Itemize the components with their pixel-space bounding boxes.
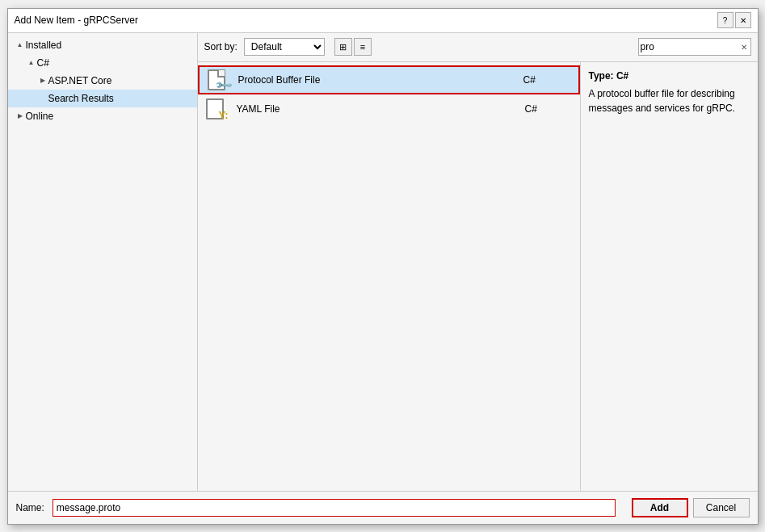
searchresults-label: Search Results: [48, 93, 114, 104]
sort-dropdown[interactable]: Default Name Type: [244, 38, 325, 56]
csharp-arrow: ▲: [26, 57, 37, 69]
action-buttons: Add Cancel: [632, 498, 750, 517]
sidebar: ▲ Installed ▲ C# ▶ ASP.NET Core: [8, 33, 198, 491]
installed-label: Installed: [26, 40, 62, 51]
file-item-protocol-buffer[interactable]: 🔧 Protocol Buffer File C#: [198, 65, 580, 94]
file-list: 🔧 Protocol Buffer File C# Y:: [198, 62, 580, 491]
toolbar: Sort by: Default Name Type ⊞ ≡ ✕: [198, 33, 758, 62]
list-view-button[interactable]: ≡: [354, 38, 372, 56]
info-description: A protocol buffer file for describing me…: [589, 86, 750, 115]
yaml-file-name: YAML File: [237, 103, 525, 115]
title-bar-buttons: ? ✕: [717, 12, 751, 28]
help-button[interactable]: ?: [717, 12, 733, 28]
aspnetcore-label: ASP.NET Core: [48, 75, 112, 86]
yaml-icon: Y:: [204, 96, 230, 122]
close-button[interactable]: ✕: [735, 12, 751, 28]
yaml-letter-icon: Y:: [218, 110, 228, 120]
cancel-button[interactable]: Cancel: [693, 498, 750, 517]
name-label: Name:: [16, 502, 44, 513]
title-bar: Add New Item - gRPCServer ? ✕: [8, 9, 758, 33]
csharp-label: C#: [37, 57, 49, 69]
search-clear-button[interactable]: ✕: [739, 43, 749, 52]
sort-by-label: Sort by:: [204, 41, 237, 52]
file-item-yaml[interactable]: Y: YAML File C#: [198, 94, 580, 124]
main-content: Sort by: Default Name Type ⊞ ≡ ✕: [198, 33, 758, 491]
search-box: ✕: [638, 38, 751, 56]
sidebar-item-online[interactable]: ▶ Online: [8, 107, 197, 125]
info-type-label: Type: C#: [589, 70, 750, 82]
aspnetcore-arrow: ▶: [37, 75, 48, 86]
name-input[interactable]: [53, 499, 616, 517]
online-label: Online: [26, 111, 54, 122]
protocol-buffer-lang: C#: [523, 74, 572, 86]
file-list-area: 🔧 Protocol Buffer File C# Y:: [198, 62, 758, 491]
info-panel: Type: C# A protocol buffer file for desc…: [580, 62, 758, 491]
add-new-item-dialog: Add New Item - gRPCServer ? ✕ ▲ Installe…: [7, 8, 759, 525]
dialog-title: Add New Item - gRPCServer: [15, 15, 138, 26]
add-button[interactable]: Add: [632, 498, 688, 517]
online-arrow: ▶: [15, 111, 26, 122]
view-toggle: ⊞ ≡: [334, 38, 372, 56]
grid-view-button[interactable]: ⊞: [334, 38, 352, 56]
sidebar-item-searchresults[interactable]: Search Results: [8, 90, 197, 107]
yaml-file-lang: C#: [525, 103, 574, 115]
sidebar-item-csharp[interactable]: ▲ C#: [8, 54, 197, 72]
protocol-buffer-icon: 🔧: [206, 67, 232, 93]
installed-arrow: ▲: [15, 40, 26, 51]
dialog-body: ▲ Installed ▲ C# ▶ ASP.NET Core: [8, 33, 758, 491]
protocol-buffer-name: Protocol Buffer File: [238, 74, 523, 86]
sidebar-item-installed[interactable]: ▲ Installed: [8, 36, 197, 54]
sidebar-item-aspnetcore[interactable]: ▶ ASP.NET Core: [8, 72, 197, 90]
bottom-bar: Name: Add Cancel: [8, 491, 758, 524]
searchresults-arrow: [37, 93, 48, 104]
search-input[interactable]: [641, 41, 738, 52]
